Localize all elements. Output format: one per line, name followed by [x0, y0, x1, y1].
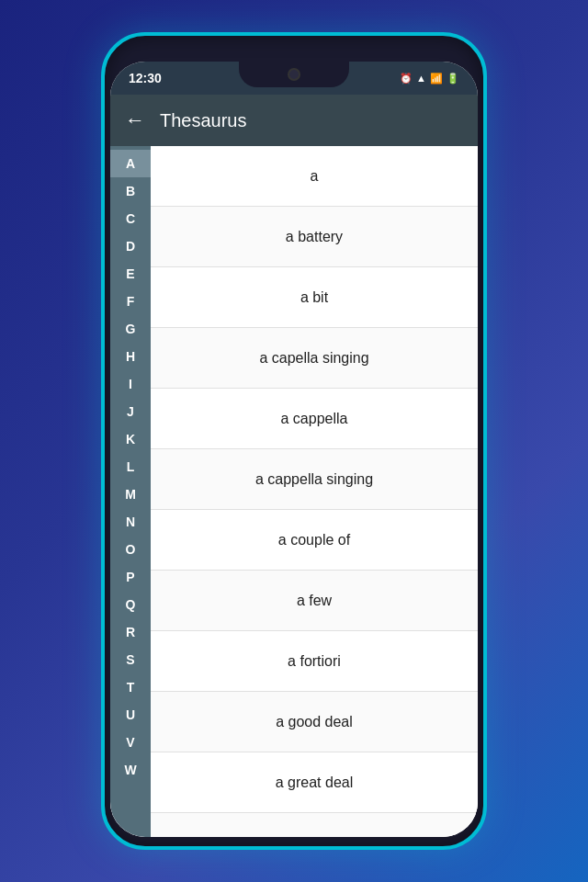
alarm-icon: ⏰ [400, 73, 413, 85]
alpha-j[interactable]: J [110, 398, 151, 425]
word-text: a capella singing [259, 350, 368, 367]
list-item[interactable]: a fortiori [151, 631, 478, 692]
list-item[interactable]: a few [151, 571, 478, 631]
list-item[interactable]: a battery [151, 207, 478, 267]
phone-screen: 12:30 ⏰ ▲ 📶 🔋 ← Thesaurus A B C D E F [110, 62, 478, 837]
alpha-f[interactable]: F [110, 288, 151, 315]
phone-frame: 12:30 ⏰ ▲ 📶 🔋 ← Thesaurus A B C D E F [101, 32, 487, 850]
word-text: a horizon [284, 835, 345, 838]
battery-icon: 🔋 [447, 73, 459, 85]
alpha-r[interactable]: R [110, 618, 151, 646]
camera [288, 68, 300, 81]
notch [239, 62, 349, 87]
alpha-g[interactable]: G [110, 315, 151, 343]
app-bar: ← Thesaurus [110, 95, 478, 146]
alpha-e[interactable]: E [110, 260, 151, 288]
word-text: a great deal [276, 775, 354, 791]
app-title: Thesaurus [160, 110, 247, 131]
back-button[interactable]: ← [125, 108, 145, 132]
list-item[interactable]: a great deal [151, 752, 478, 813]
word-list[interactable]: aa batterya bita capella singinga cappel… [151, 146, 478, 837]
list-item[interactable]: a bit [151, 267, 478, 328]
alpha-w[interactable]: W [110, 756, 151, 784]
alpha-l[interactable]: L [110, 453, 151, 481]
alpha-v[interactable]: V [110, 729, 151, 756]
list-item[interactable]: a horizon [151, 813, 478, 837]
word-text: a good deal [276, 714, 353, 730]
main-content: A B C D E F G H I J K L M N O P Q R S T [110, 146, 478, 837]
word-text: a bit [300, 289, 328, 306]
word-text: a couple of [278, 532, 350, 548]
status-time: 12:30 [129, 71, 162, 85]
word-text: a battery [286, 229, 343, 245]
alpha-n[interactable]: N [110, 508, 151, 536]
alpha-t[interactable]: T [110, 673, 151, 701]
word-text: a cappella singing [255, 471, 373, 488]
word-text: a few [297, 593, 332, 609]
alpha-q[interactable]: Q [110, 591, 151, 618]
alpha-s[interactable]: S [110, 646, 151, 673]
alpha-b[interactable]: B [110, 177, 151, 205]
alpha-o[interactable]: O [110, 536, 151, 563]
alphabet-sidebar: A B C D E F G H I J K L M N O P Q R S T [110, 146, 151, 837]
signal-icon: ▲ [416, 73, 426, 84]
alpha-d[interactable]: D [110, 232, 151, 260]
word-text: a [311, 168, 319, 185]
alpha-c[interactable]: C [110, 205, 151, 232]
wifi-icon: 📶 [430, 73, 443, 85]
list-item[interactable]: a capella singing [151, 328, 478, 389]
list-item[interactable]: a couple of [151, 510, 478, 571]
alpha-m[interactable]: M [110, 481, 151, 508]
alpha-k[interactable]: K [110, 425, 151, 453]
alpha-p[interactable]: P [110, 563, 151, 591]
list-item[interactable]: a cappella [151, 389, 478, 449]
list-item[interactable]: a good deal [151, 692, 478, 752]
alpha-a[interactable]: A [110, 150, 151, 177]
list-item[interactable]: a [151, 146, 478, 207]
alpha-h[interactable]: H [110, 343, 151, 370]
list-item[interactable]: a cappella singing [151, 449, 478, 510]
alpha-i[interactable]: I [110, 370, 151, 398]
alpha-u[interactable]: U [110, 701, 151, 729]
status-icons: ⏰ ▲ 📶 🔋 [400, 73, 459, 85]
word-text: a cappella [281, 411, 348, 427]
word-text: a fortiori [288, 653, 341, 670]
